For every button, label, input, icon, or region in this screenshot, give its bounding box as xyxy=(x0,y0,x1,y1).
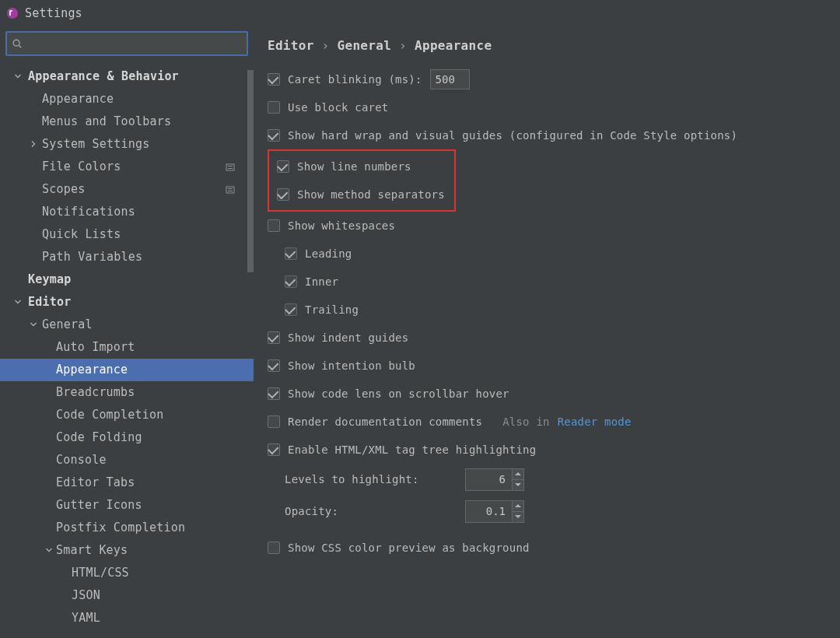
setting-label: Show whitespaces xyxy=(288,219,395,232)
setting-label: Show hard wrap and visual guides (config… xyxy=(288,129,737,142)
sidebar-item-label: File Colors xyxy=(42,156,121,178)
checkbox[interactable] xyxy=(268,219,280,232)
checkbox[interactable] xyxy=(285,303,297,316)
sidebar-item-label: Appearance xyxy=(56,359,128,381)
chevron-down-icon xyxy=(515,515,521,518)
sidebar-item-notifications[interactable]: Notifications xyxy=(0,201,254,223)
checkbox[interactable] xyxy=(268,542,280,554)
sidebar-item-postfix-completion[interactable]: Postfix Completion xyxy=(0,517,254,539)
sidebar-item-gutter-icons[interactable]: Gutter Icons xyxy=(0,494,254,517)
setting-label: Trailing xyxy=(305,303,359,316)
window-title: Settings xyxy=(25,6,82,20)
sidebar-item-html-css[interactable]: HTML/CSS xyxy=(0,562,254,584)
sidebar-item-label: General xyxy=(42,314,93,336)
sidebar-item-label: Menus and Toolbars xyxy=(42,110,171,133)
spinner-down[interactable] xyxy=(513,512,523,522)
svg-rect-6 xyxy=(226,187,234,193)
setting-show-code-lens: Show code lens on scrollbar hover xyxy=(268,380,824,408)
sidebar-item-code-folding[interactable]: Code Folding xyxy=(0,426,254,449)
chevron-down-icon[interactable] xyxy=(26,314,40,336)
opacity-input[interactable] xyxy=(465,500,512,523)
svg-rect-8 xyxy=(228,191,233,191)
checkbox[interactable] xyxy=(268,101,280,114)
checkbox[interactable] xyxy=(268,415,280,428)
sidebar-item-label: Editor xyxy=(28,291,71,314)
sidebar-item-editor[interactable]: Editor xyxy=(0,291,254,314)
sidebar-item-yaml[interactable]: YAML xyxy=(0,607,254,629)
chevron-right-icon: › xyxy=(322,38,330,53)
sidebar-item-auto-import[interactable]: Auto Import xyxy=(0,336,254,359)
sidebar-item-label: Code Completion xyxy=(56,404,163,426)
checkbox[interactable] xyxy=(285,247,297,260)
spinner-up[interactable] xyxy=(513,469,523,480)
setting-label: Caret blinking (ms): xyxy=(288,73,422,86)
chevron-right-icon[interactable] xyxy=(26,133,40,156)
setting-label: Show code lens on scrollbar hover xyxy=(288,387,509,400)
sidebar-item-code-completion[interactable]: Code Completion xyxy=(0,404,254,426)
sidebar-item-keymap[interactable]: Keymap xyxy=(0,268,254,291)
setting-label: Render documentation comments xyxy=(288,415,482,428)
checkbox[interactable] xyxy=(268,73,280,86)
sidebar-item-label: Editor Tabs xyxy=(56,471,135,494)
sidebar-item-label: System Settings xyxy=(42,133,149,156)
breadcrumb-part: General xyxy=(338,38,392,53)
search-box[interactable] xyxy=(5,31,248,56)
checkbox[interactable] xyxy=(268,387,280,400)
setting-whitespace-leading: Leading xyxy=(268,240,824,268)
sidebar-item-system-settings[interactable]: System Settings xyxy=(0,133,254,156)
setting-render-doc-comments: Render documentation comments Also in Re… xyxy=(268,408,824,436)
sidebar-item-smart-keys[interactable]: Smart Keys xyxy=(0,539,254,562)
checkbox[interactable] xyxy=(268,359,280,372)
checkbox[interactable] xyxy=(277,188,289,201)
sidebar-item-json[interactable]: JSON xyxy=(0,584,254,607)
reader-mode-link[interactable]: Reader mode xyxy=(558,415,632,428)
spinner-up[interactable] xyxy=(513,501,523,512)
sidebar-item-label: Postfix Completion xyxy=(56,517,185,539)
setting-label: Show CSS color preview as background xyxy=(288,542,530,554)
sidebar-item-path-variables[interactable]: Path Variables xyxy=(0,246,254,268)
setting-label: Show line numbers xyxy=(297,160,411,173)
sidebar-item-console[interactable]: Console xyxy=(0,449,254,471)
settings-tree[interactable]: Appearance & Behavior Appearance Menus a… xyxy=(0,62,254,638)
sidebar-item-editor-appearance[interactable]: Appearance xyxy=(0,359,254,381)
ui-badge-icon xyxy=(226,185,235,195)
setting-label: Leading xyxy=(305,247,352,260)
sidebar-item-scopes[interactable]: Scopes xyxy=(0,178,254,201)
chevron-down-icon[interactable] xyxy=(11,291,25,314)
checkbox[interactable] xyxy=(285,275,297,288)
chevron-down-icon xyxy=(515,483,521,486)
sidebar-item-label: Quick Lists xyxy=(42,223,121,246)
spinner-control xyxy=(465,468,524,491)
sidebar-item-label: JSON xyxy=(72,584,100,607)
titlebar: Settings xyxy=(0,0,840,26)
spinner-down[interactable] xyxy=(513,480,523,490)
sidebar-item-appearance[interactable]: Appearance xyxy=(0,88,254,110)
sidebar-item-quick-lists[interactable]: Quick Lists xyxy=(0,223,254,246)
caret-blinking-input[interactable] xyxy=(430,69,470,89)
checkbox[interactable] xyxy=(268,443,280,456)
spinner-control xyxy=(465,500,524,523)
chevron-up-icon xyxy=(515,504,521,507)
sidebar-item-label: Path Variables xyxy=(42,246,142,268)
sidebar-item-menus-toolbars[interactable]: Menus and Toolbars xyxy=(0,110,254,133)
chevron-down-icon[interactable] xyxy=(11,65,25,88)
setting-show-line-numbers: Show line numbers xyxy=(277,152,445,181)
sidebar-item-label: Breadcrumbs xyxy=(56,381,135,404)
sidebar-item-file-colors[interactable]: File Colors xyxy=(0,156,254,178)
sidebar-item-general[interactable]: General xyxy=(0,314,254,336)
sidebar-item-editor-tabs[interactable]: Editor Tabs xyxy=(0,471,254,494)
settings-form: Caret blinking (ms): Use block caret Sho… xyxy=(268,59,824,562)
checkbox[interactable] xyxy=(277,160,289,173)
chevron-down-icon[interactable] xyxy=(42,539,56,562)
checkbox[interactable] xyxy=(268,129,280,142)
sidebar-item-appearance-behavior[interactable]: Appearance & Behavior xyxy=(0,65,254,88)
sidebar-item-label: Keymap xyxy=(28,268,71,291)
setting-label: Show indent guides xyxy=(288,331,408,344)
checkbox[interactable] xyxy=(268,331,280,344)
levels-input[interactable] xyxy=(465,468,512,491)
app-icon xyxy=(6,7,19,19)
setting-enable-html-tag-tree: Enable HTML/XML tag tree highlighting xyxy=(268,436,824,464)
search-input[interactable] xyxy=(26,37,242,50)
sidebar-item-breadcrumbs[interactable]: Breadcrumbs xyxy=(0,381,254,404)
setting-show-indent-guides: Show indent guides xyxy=(268,324,824,352)
